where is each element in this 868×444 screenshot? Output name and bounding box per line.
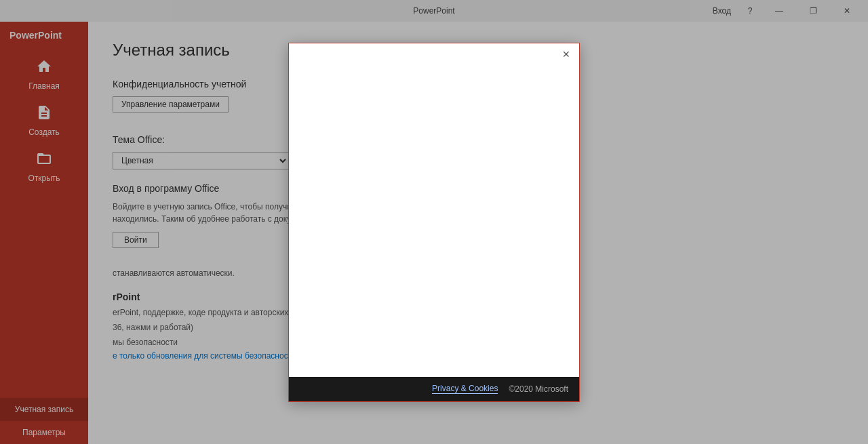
copyright-text: ©2020 Microsoft (509, 384, 568, 394)
dialog-content (289, 65, 579, 377)
dialog-close-button[interactable]: ✕ (556, 45, 576, 64)
dialog-titlebar: ✕ (289, 43, 579, 65)
dialog-overlay[interactable]: ✕ Privacy & Cookies ©2020 Microsoft (0, 0, 868, 444)
dialog: ✕ Privacy & Cookies ©2020 Microsoft (288, 43, 580, 402)
dialog-footer: Privacy & Cookies ©2020 Microsoft (289, 377, 579, 401)
privacy-cookies-link[interactable]: Privacy & Cookies (432, 384, 498, 394)
